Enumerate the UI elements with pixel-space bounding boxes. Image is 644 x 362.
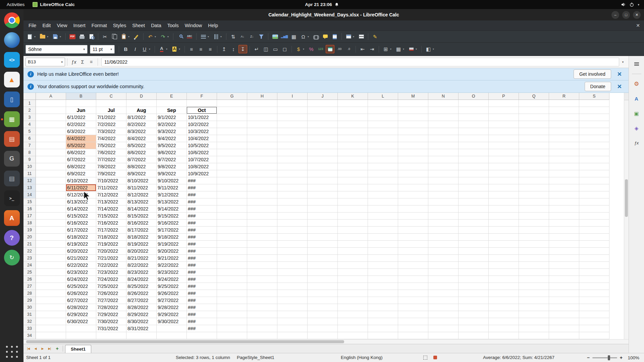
cell-O23[interactable] — [459, 255, 489, 262]
cell-O19[interactable] — [459, 227, 489, 234]
cell-L32[interactable] — [368, 318, 398, 325]
cell-S29[interactable] — [579, 297, 609, 304]
cell-G4[interactable] — [217, 121, 247, 128]
cell-F31[interactable]: ### — [187, 311, 217, 318]
cell-H26[interactable] — [247, 276, 277, 283]
cell-S10[interactable] — [579, 163, 609, 170]
cell-A23[interactable] — [36, 255, 66, 262]
row-header-9[interactable]: 9 — [23, 156, 36, 163]
cell-J6[interactable] — [308, 135, 338, 142]
row-header-18[interactable]: 18 — [23, 220, 36, 227]
cell-O32[interactable] — [459, 318, 489, 325]
cell-P5[interactable] — [489, 128, 519, 135]
cell-O26[interactable] — [459, 276, 489, 283]
cell-J3[interactable] — [308, 114, 338, 121]
cell-E6[interactable]: 9/4/2022 — [157, 135, 187, 142]
cell-P13[interactable] — [489, 184, 519, 191]
close-document-button[interactable]: ✕ — [636, 23, 644, 28]
redo-icon-dropdown[interactable]: ▾ — [167, 35, 170, 38]
cell-R15[interactable] — [549, 198, 579, 205]
cell-H12[interactable] — [247, 177, 277, 184]
cell-A20[interactable] — [36, 234, 66, 241]
font-size-dropdown[interactable]: ▾ — [110, 48, 112, 51]
cell-D5[interactable]: 8/3/2022 — [126, 128, 157, 135]
cell-E5[interactable]: 9/3/2022 — [157, 128, 187, 135]
cell-P1[interactable] — [489, 100, 519, 107]
impress-icon[interactable]: ▤ — [4, 131, 20, 147]
cell-M4[interactable] — [398, 121, 428, 128]
row-header-31[interactable]: 31 — [23, 311, 36, 318]
cell-D28[interactable]: 8/26/2022 — [126, 290, 157, 297]
cell-I30[interactable] — [277, 304, 308, 311]
cell-A15[interactable] — [36, 198, 66, 205]
row-header-28[interactable]: 28 — [23, 290, 36, 297]
cell-F24[interactable]: ### — [187, 262, 217, 269]
row-header-14[interactable]: 14 — [23, 191, 36, 198]
cell-P23[interactable] — [489, 255, 519, 262]
special-character-icon[interactable]: Ω — [299, 33, 308, 41]
cell-B3[interactable]: 6/1/2022 — [66, 114, 96, 121]
cell-E2[interactable]: Sep — [157, 107, 187, 114]
cell-B23[interactable]: 6/21/2022 — [66, 255, 96, 262]
cell-S8[interactable] — [579, 149, 609, 156]
cell-C16[interactable]: 7/14/2022 — [96, 205, 126, 213]
cell-K6[interactable] — [338, 135, 368, 142]
cell-Q11[interactable] — [519, 170, 549, 177]
cell-D31[interactable]: 8/29/2022 — [126, 311, 157, 318]
cell-E28[interactable]: 9/26/2022 — [157, 290, 187, 297]
cell-N9[interactable] — [428, 156, 459, 163]
cell-B30[interactable]: 6/28/2022 — [66, 304, 96, 311]
cell-R1[interactable] — [549, 100, 579, 107]
cell-R34[interactable] — [549, 332, 579, 339]
cell-N13[interactable] — [428, 184, 459, 191]
cell-A7[interactable] — [36, 142, 66, 149]
column-header-C[interactable]: C — [96, 93, 126, 100]
sheet-tab-sheet1[interactable]: Sheet1 — [65, 345, 91, 353]
cell-R26[interactable] — [549, 276, 579, 283]
row-header-22[interactable]: 22 — [23, 248, 36, 255]
cell-H13[interactable] — [247, 184, 277, 191]
background-color-icon-dropdown[interactable]: ▾ — [416, 48, 419, 51]
split-window-icon[interactable] — [357, 33, 366, 41]
cell-Q12[interactable] — [519, 177, 549, 184]
cell-B6[interactable]: 6/4/2022 — [66, 135, 96, 142]
cell-A1[interactable] — [36, 100, 66, 107]
cell-P17[interactable] — [489, 213, 519, 220]
cell-L17[interactable] — [368, 213, 398, 220]
cell-R9[interactable] — [549, 156, 579, 163]
cell-D3[interactable]: 8/1/2022 — [126, 114, 157, 121]
cell-R32[interactable] — [549, 318, 579, 325]
cell-C3[interactable]: 7/1/2022 — [96, 114, 126, 121]
cell-A11[interactable] — [36, 170, 66, 177]
date-format-icon[interactable] — [326, 45, 334, 53]
cell-H5[interactable] — [247, 128, 277, 135]
cell-G5[interactable] — [217, 128, 247, 135]
row-header-30[interactable]: 30 — [23, 304, 36, 311]
name-box-dropdown[interactable]: ▾ — [61, 60, 63, 64]
utility-icon[interactable]: ↻ — [4, 250, 20, 265]
cell-D29[interactable]: 8/27/2022 — [126, 297, 157, 304]
hyperlink-icon[interactable] — [312, 33, 320, 41]
menu-edit[interactable]: Edit — [39, 20, 54, 31]
export-pdf-icon[interactable]: PDF — [68, 33, 77, 41]
cell-R14[interactable] — [549, 191, 579, 198]
cell-M17[interactable] — [398, 213, 428, 220]
cell-K23[interactable] — [338, 255, 368, 262]
cell-S4[interactable] — [579, 121, 609, 128]
cell-N24[interactable] — [428, 262, 459, 269]
cell-R19[interactable] — [549, 227, 579, 234]
cell-R10[interactable] — [549, 163, 579, 170]
align-bottom-icon[interactable]: ↧ — [238, 45, 247, 53]
close-button[interactable]: ✕ — [633, 11, 641, 19]
name-box[interactable]: B13 ▾ — [25, 58, 65, 66]
borders-icon[interactable]: ⊞ — [381, 45, 390, 53]
cell-Q33[interactable] — [519, 325, 549, 332]
cell-J5[interactable] — [308, 128, 338, 135]
sort-icon[interactable]: ⇅ — [229, 33, 237, 41]
cell-H17[interactable] — [247, 213, 277, 220]
cell-B29[interactable]: 6/27/2022 — [66, 297, 96, 304]
cell-J12[interactable] — [308, 177, 338, 184]
cell-L30[interactable] — [368, 304, 398, 311]
help-icon[interactable]: ? — [4, 230, 20, 246]
cell-F34[interactable] — [187, 332, 217, 339]
